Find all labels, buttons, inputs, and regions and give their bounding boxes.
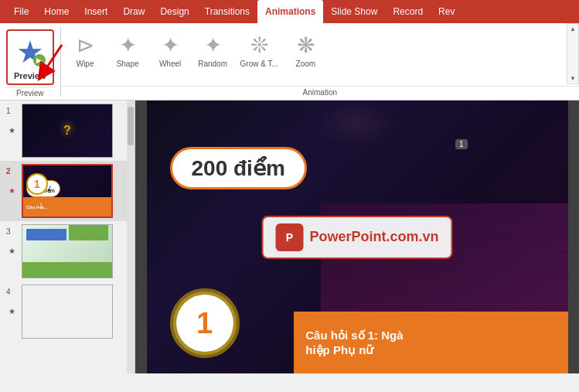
wheel-icon: ✦ <box>162 32 179 58</box>
scroll-down-arrow[interactable]: ▼ <box>567 73 578 84</box>
slide-canvas: 200 điểm 1 1 <box>147 101 568 373</box>
tab-slideshow[interactable]: Slide Show <box>323 0 385 23</box>
anim-btn-shape[interactable]: ✦ Shape <box>107 29 149 71</box>
bottom-text-line1: Câu hỏi số 1: Ngà <box>305 328 403 343</box>
main-area: 1 ★ ? 2 ★ Câu hỏi... 200 <box>0 101 579 373</box>
scrollbar-thumb <box>128 107 134 145</box>
anim-btn-grow[interactable]: ❊ Grow & T... <box>234 29 284 71</box>
menu-tabs: File Home Insert Draw Design Transitions… <box>0 0 579 23</box>
anim-btn-zoom[interactable]: ❋ Zoom <box>284 29 327 71</box>
small-badge: 1 <box>455 139 468 149</box>
bottom-text: Câu hỏi số 1: Ngà hiệp Phụ nữ <box>305 328 403 358</box>
bottom-text-line2: hiệp Phụ nữ <box>305 343 403 358</box>
grow-icon: ❊ <box>250 32 268 58</box>
zoom-icon: ❋ <box>297 32 315 58</box>
slide-number-3: 3 <box>6 227 17 236</box>
tab-home[interactable]: Home <box>36 0 77 23</box>
tab-transitions[interactable]: Transitions <box>197 0 257 23</box>
anim-btn-wheel[interactable]: ✦ Wheel <box>149 29 192 71</box>
slide-item-2[interactable]: 2 ★ Câu hỏi... 200 điểm 1 <box>0 161 135 221</box>
slide-thumb-1[interactable]: ? <box>22 104 113 158</box>
random-label: Random <box>198 60 227 68</box>
preview-group-label: Preview <box>6 87 54 97</box>
slide-number-2: 2 <box>6 167 17 176</box>
tab-review[interactable]: Rev <box>431 0 462 23</box>
tab-insert[interactable]: Insert <box>77 0 115 23</box>
wipe-icon: ⊳ <box>77 32 94 58</box>
ribbon-content: ★ ▶ Preview Preview ⊳ Wipe ✦ Shape ✦ Whe… <box>0 23 579 101</box>
grow-label: Grow & T... <box>240 60 278 68</box>
wheel-label: Wheel <box>159 60 181 68</box>
preview-label: Preview <box>14 71 46 80</box>
slide-star-3: ★ <box>9 247 15 255</box>
slide-item-3[interactable]: 3 ★ <box>0 221 135 281</box>
shape-label: Shape <box>117 60 139 68</box>
top-silhouette <box>318 101 396 147</box>
medal-number: 1 <box>196 307 213 340</box>
preview-button[interactable]: ★ ▶ Preview <box>6 29 54 85</box>
preview-group: ★ ▶ Preview Preview <box>0 26 61 97</box>
tab-animations[interactable]: Animations <box>257 0 323 23</box>
wipe-label: Wipe <box>77 60 94 68</box>
score-box: 200 điểm <box>170 147 307 189</box>
slide-thumb-4[interactable] <box>22 285 113 339</box>
tab-file[interactable]: File <box>6 0 36 23</box>
animation-items: ⊳ Wipe ✦ Shape ✦ Wheel ✦ Random ❊ Grow &… <box>61 26 579 84</box>
tab-draw[interactable]: Draw <box>115 0 152 23</box>
slide-star-1: ★ <box>9 126 15 135</box>
slide-thumb-3[interactable] <box>22 224 113 278</box>
slide-item-1[interactable]: 1 ★ ? <box>0 101 135 161</box>
anim-btn-random[interactable]: ✦ Random <box>192 29 234 71</box>
slide-number-1: 1 <box>6 107 17 115</box>
bottom-orange-bar: Câu hỏi số 1: Ngà hiệp Phụ nữ <box>294 312 567 373</box>
scroll-up-arrow[interactable]: ▲ <box>567 24 578 34</box>
ribbon-scrollbar[interactable]: ▲ ▼ <box>567 23 579 84</box>
medal-area: 1 <box>170 288 240 358</box>
play-badge-icon: ▶ <box>33 54 46 66</box>
random-icon: ✦ <box>204 32 222 58</box>
slide-thumb-2[interactable]: Câu hỏi... 200 điểm 1 <box>22 164 113 218</box>
tab-record[interactable]: Record <box>385 0 431 23</box>
score-text: 200 điểm <box>192 156 285 180</box>
medal-decoration: 1 <box>170 288 240 358</box>
anim-btn-wipe[interactable]: ⊳ Wipe <box>64 29 107 71</box>
tab-design[interactable]: Design <box>152 0 196 23</box>
animation-group-label: Animation <box>61 86 579 97</box>
badge-number: 1 <box>459 140 464 148</box>
main-canvas: 200 điểm 1 1 <box>135 101 579 373</box>
zoom-label: Zoom <box>296 60 316 68</box>
slide-panel: 1 ★ ? 2 ★ Câu hỏi... 200 <box>0 101 135 373</box>
slide-panel-scrollbar[interactable] <box>127 101 135 373</box>
slide-number-4: 4 <box>6 288 17 296</box>
slide-item-4[interactable]: 4 ★ <box>0 281 135 342</box>
shape-icon: ✦ <box>119 32 137 58</box>
slide-star-2: ★ <box>9 186 15 195</box>
animation-group: ⊳ Wipe ✦ Shape ✦ Wheel ✦ Random ❊ Grow &… <box>61 26 579 97</box>
slide-star-4: ★ <box>9 307 15 315</box>
